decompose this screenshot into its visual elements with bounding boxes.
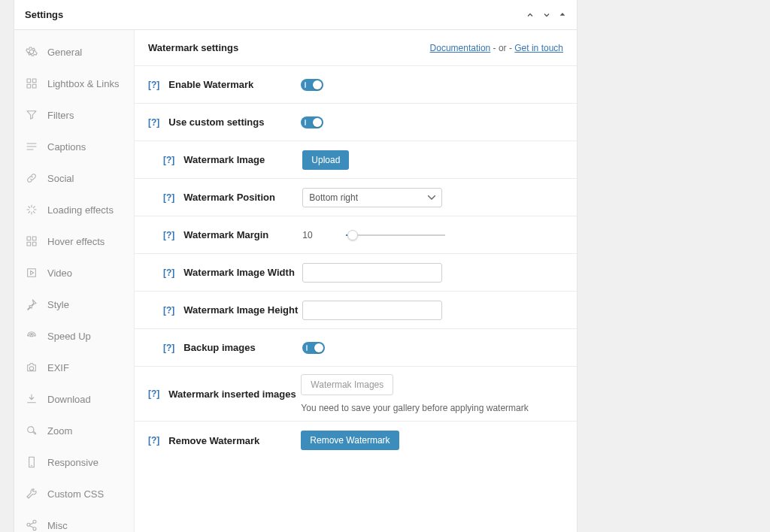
- sidebar-item-label: Download: [47, 394, 91, 405]
- sidebar-item-label: Lightbox & Links: [47, 78, 119, 89]
- label-watermark-inserted: Watermark inserted images: [168, 388, 301, 400]
- slider-watermark-margin[interactable]: [346, 229, 445, 241]
- sidebar-item-label: Style: [47, 299, 69, 310]
- sidebar-item-hover-effects[interactable]: Hover effects: [14, 225, 134, 257]
- help-icon[interactable]: [163, 268, 174, 278]
- chevron-up-icon[interactable]: [526, 11, 535, 20]
- sidebar-item-exif[interactable]: EXIF: [14, 352, 134, 383]
- sidebar-item-label: Video: [47, 268, 72, 279]
- help-icon[interactable]: [163, 230, 174, 240]
- download-icon: [25, 392, 38, 406]
- grid-icon: [25, 77, 38, 90]
- settings-sidebar: GeneralLightbox & LinksFiltersCaptionsSo…: [14, 30, 135, 532]
- sidebar-item-general[interactable]: General: [14, 36, 134, 68]
- documentation-link[interactable]: Documentation: [430, 43, 491, 53]
- chevron-down-icon[interactable]: [542, 11, 551, 20]
- row-watermark-width: Watermark Image Width: [135, 254, 577, 292]
- wrench-icon: [25, 487, 38, 500]
- page-title: Watermark settings: [148, 42, 430, 53]
- panel-header-controls: [526, 11, 566, 20]
- header-links: Documentation - or - Get in touch: [430, 43, 563, 53]
- toggle-enable-watermark[interactable]: [301, 79, 323, 91]
- sidebar-item-label: EXIF: [47, 362, 69, 373]
- help-icon[interactable]: [148, 388, 159, 399]
- help-icon[interactable]: [163, 343, 174, 353]
- panel-header: Settings: [14, 0, 577, 30]
- label-use-custom-settings: Use custom settings: [168, 116, 301, 128]
- help-icon[interactable]: [163, 155, 174, 165]
- sidebar-item-zoom[interactable]: Zoom: [14, 415, 134, 446]
- sidebar-item-video[interactable]: Video: [14, 257, 134, 289]
- slider-track: [346, 234, 445, 236]
- row-watermark-position: Watermark Position Bottom right: [135, 179, 577, 216]
- contact-link[interactable]: Get in touch: [514, 43, 563, 53]
- funnel-icon: [25, 108, 38, 122]
- sidebar-item-label: Hover effects: [47, 236, 105, 247]
- grid-icon: [25, 234, 38, 248]
- phone-icon: [25, 455, 38, 469]
- label-enable-watermark: Enable Watermark: [168, 79, 301, 90]
- row-watermark-margin: Watermark Margin: [135, 216, 577, 254]
- toggle-backup-images[interactable]: [302, 342, 325, 354]
- input-watermark-width[interactable]: [302, 263, 442, 283]
- help-icon[interactable]: [163, 192, 174, 203]
- sidebar-item-loading-effects[interactable]: Loading effects: [14, 194, 134, 225]
- sidebar-item-social[interactable]: Social: [14, 162, 134, 194]
- slider-handle[interactable]: [347, 230, 358, 240]
- sidebar-item-captions[interactable]: Captions: [14, 131, 134, 162]
- help-icon[interactable]: [163, 305, 174, 316]
- sidebar-item-custom-css[interactable]: Custom CSS: [14, 478, 134, 509]
- row-watermark-image: Watermark Image Upload: [135, 141, 577, 179]
- sidebar-item-label: Loading effects: [47, 204, 114, 216]
- label-watermark-margin: Watermark Margin: [183, 229, 302, 240]
- label-backup-images: Backup images: [183, 342, 302, 353]
- gauge-icon: [25, 329, 38, 343]
- select-watermark-position[interactable]: Bottom right: [302, 188, 442, 207]
- pin-icon: [25, 298, 38, 311]
- row-enable-watermark: Enable Watermark: [135, 66, 577, 104]
- panel-title: Settings: [25, 9, 526, 20]
- search-icon: [25, 424, 38, 437]
- main-header: Watermark settings Documentation - or - …: [135, 30, 577, 66]
- help-icon[interactable]: [148, 80, 159, 90]
- sidebar-item-style[interactable]: Style: [14, 289, 134, 320]
- sidebar-item-responsive[interactable]: Responsive: [14, 446, 134, 478]
- label-remove-watermark: Remove Watermark: [168, 435, 301, 446]
- label-watermark-position: Watermark Position: [183, 192, 302, 203]
- sidebar-item-filters[interactable]: Filters: [14, 99, 134, 131]
- upload-button[interactable]: Upload: [302, 150, 349, 170]
- link-icon: [25, 171, 38, 185]
- sidebar-item-label: General: [47, 47, 82, 58]
- watermark-images-button[interactable]: Watermak Images: [301, 374, 393, 395]
- share-icon: [25, 518, 38, 532]
- input-watermark-margin[interactable]: [302, 227, 332, 243]
- help-icon[interactable]: [148, 435, 159, 446]
- sidebar-item-misc[interactable]: Misc: [14, 509, 134, 532]
- spinner-icon: [25, 203, 38, 216]
- sidebar-item-speed-up[interactable]: Speed Up: [14, 320, 134, 352]
- sidebar-item-label: Social: [47, 173, 74, 184]
- sidebar-item-label: Custom CSS: [47, 488, 104, 500]
- input-watermark-height[interactable]: [302, 301, 442, 320]
- panel-body: GeneralLightbox & LinksFiltersCaptionsSo…: [14, 30, 577, 532]
- gear-icon: [25, 45, 38, 59]
- sidebar-item-label: Filters: [47, 110, 74, 121]
- play-icon: [25, 266, 38, 280]
- sidebar-item-label: Captions: [47, 141, 86, 153]
- sidebar-item-download[interactable]: Download: [14, 383, 134, 415]
- row-remove-watermark: Remove Watermark Remove Watermark: [135, 422, 577, 459]
- caret-up-icon[interactable]: [559, 11, 566, 20]
- toggle-use-custom-settings[interactable]: [301, 116, 323, 128]
- sidebar-item-label: Responsive: [47, 457, 99, 468]
- remove-watermark-button[interactable]: Remove Watermark: [301, 431, 399, 450]
- sidebar-item-label: Zoom: [47, 425, 72, 437]
- settings-main: Watermark settings Documentation - or - …: [135, 30, 577, 532]
- row-use-custom-settings: Use custom settings: [135, 104, 577, 141]
- sidebar-item-lightbox-links[interactable]: Lightbox & Links: [14, 68, 134, 99]
- label-watermark-image: Watermark Image: [183, 154, 302, 165]
- row-watermark-inserted: Watermark inserted images Watermak Image…: [135, 367, 577, 422]
- help-icon[interactable]: [148, 117, 159, 128]
- row-watermark-height: Watermark Image Height: [135, 292, 577, 329]
- settings-panel: Settings GeneralLightbox & LinksFiltersC…: [14, 0, 578, 532]
- row-backup-images: Backup images: [135, 329, 577, 367]
